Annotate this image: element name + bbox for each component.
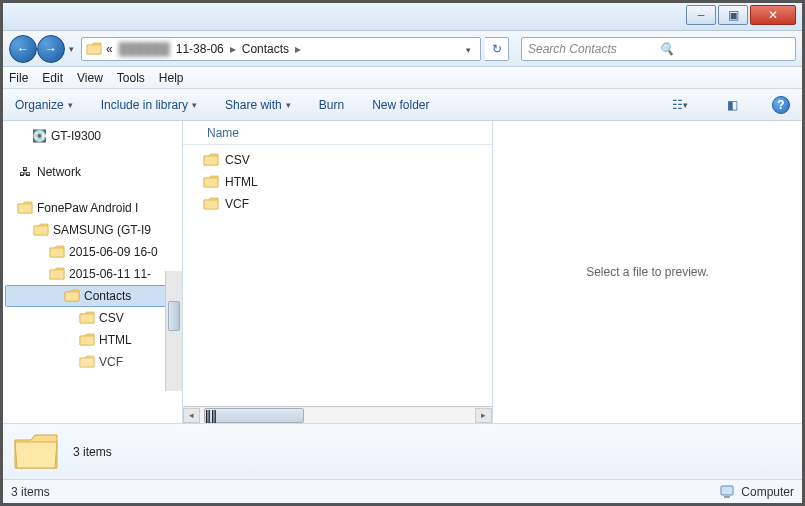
chevron-down-icon: ▾ bbox=[683, 100, 688, 110]
back-button[interactable]: ← bbox=[9, 35, 37, 63]
maximize-icon: ▣ bbox=[728, 8, 739, 22]
refresh-button[interactable]: ↻ bbox=[485, 37, 509, 61]
tree-item-date2[interactable]: 2015-06-11 11- bbox=[3, 263, 182, 285]
status-computer[interactable]: Computer bbox=[719, 485, 794, 499]
close-button[interactable]: ✕ bbox=[750, 5, 796, 25]
nav-buttons: ← → ▾ bbox=[9, 35, 77, 63]
share-with-button[interactable]: Share with▾ bbox=[225, 98, 291, 112]
breadcrumb-time[interactable]: 11-38-06 bbox=[174, 42, 226, 56]
tree-label: VCF bbox=[99, 355, 123, 369]
burn-button[interactable]: Burn bbox=[319, 98, 344, 112]
folder-icon bbox=[33, 223, 49, 237]
forward-button[interactable]: → bbox=[37, 35, 65, 63]
folder-icon bbox=[86, 42, 102, 56]
chevron-down-icon: ▾ bbox=[192, 100, 197, 110]
maximize-button[interactable]: ▣ bbox=[718, 5, 748, 25]
network-icon: 🖧 bbox=[17, 164, 33, 180]
column-header-name[interactable]: Name bbox=[183, 121, 492, 145]
folder-icon bbox=[49, 267, 65, 281]
menu-help[interactable]: Help bbox=[159, 71, 184, 85]
search-placeholder: Search Contacts bbox=[528, 42, 659, 56]
folder-icon bbox=[203, 197, 219, 211]
scrollbar-track[interactable]: ǁǁ bbox=[200, 408, 475, 423]
scroll-right-button[interactable]: ▸ bbox=[475, 408, 492, 423]
list-item[interactable]: CSV bbox=[203, 149, 492, 171]
minimize-button[interactable]: – bbox=[686, 5, 716, 25]
tree-label: Contacts bbox=[84, 289, 131, 303]
share-label: Share with bbox=[225, 98, 282, 112]
device-icon: 💽 bbox=[31, 128, 47, 144]
details-summary: 3 items bbox=[73, 445, 112, 459]
address-bar[interactable]: « ██████ 11-38-06 ▸ Contacts ▸ ▾ bbox=[81, 37, 481, 61]
address-dropdown[interactable]: ▾ bbox=[460, 42, 476, 56]
file-list: CSV HTML VCF bbox=[183, 145, 492, 406]
menu-edit[interactable]: Edit bbox=[42, 71, 63, 85]
status-bar: 3 items Computer bbox=[3, 479, 802, 503]
file-list-pane: Name CSV HTML VCF ◂ ǁǁ bbox=[183, 121, 493, 423]
search-box[interactable]: Search Contacts 🔍 bbox=[521, 37, 796, 61]
tree-label: SAMSUNG (GT-I9 bbox=[53, 223, 151, 237]
content-horizontal-scrollbar[interactable]: ◂ ǁǁ ▸ bbox=[183, 406, 492, 423]
list-item[interactable]: VCF bbox=[203, 193, 492, 215]
folder-icon bbox=[203, 175, 219, 189]
tree-item-network[interactable]: 🖧 Network bbox=[3, 161, 182, 183]
burn-label: Burn bbox=[319, 98, 344, 112]
organize-button[interactable]: Organize▾ bbox=[15, 98, 73, 112]
menu-tools[interactable]: Tools bbox=[117, 71, 145, 85]
tree-item-samsung[interactable]: SAMSUNG (GT-I9 bbox=[3, 219, 182, 241]
chevron-right-icon: ▸ bbox=[293, 42, 303, 56]
menu-view[interactable]: View bbox=[77, 71, 103, 85]
navigation-tree: 💽 GT-I9300 🖧 Network FonePaw Android I S… bbox=[3, 121, 183, 423]
folder-large-icon bbox=[13, 432, 59, 472]
tree-label: 2015-06-09 16-0 bbox=[69, 245, 158, 259]
item-label: CSV bbox=[225, 153, 250, 167]
refresh-icon: ↻ bbox=[492, 42, 502, 56]
folder-icon bbox=[49, 245, 65, 259]
tree-item-csv[interactable]: CSV bbox=[3, 307, 182, 329]
tree-item-vcf[interactable]: VCF bbox=[3, 351, 182, 373]
scrollbar-thumb[interactable] bbox=[168, 301, 180, 331]
breadcrumb-contacts[interactable]: Contacts bbox=[240, 42, 291, 56]
include-library-button[interactable]: Include in library▾ bbox=[101, 98, 197, 112]
navigation-bar: ← → ▾ « ██████ 11-38-06 ▸ Contacts ▸ ▾ ↻… bbox=[3, 31, 802, 67]
tree-item-html[interactable]: HTML bbox=[3, 329, 182, 351]
close-icon: ✕ bbox=[768, 8, 778, 22]
tree-item-date1[interactable]: 2015-06-09 16-0 bbox=[3, 241, 182, 263]
chevron-down-icon: ▾ bbox=[69, 44, 74, 54]
new-folder-button[interactable]: New folder bbox=[372, 98, 429, 112]
tree-item-fonepaw[interactable]: FonePaw Android I bbox=[3, 197, 182, 219]
tree-item-drive[interactable]: 💽 GT-I9300 bbox=[3, 125, 182, 147]
preview-pane-button[interactable]: ◧ bbox=[720, 94, 744, 116]
nav-history-dropdown[interactable]: ▾ bbox=[65, 35, 77, 63]
breadcrumb-obscured[interactable]: ██████ bbox=[117, 42, 172, 56]
scrollbar-thumb[interactable]: ǁǁ bbox=[204, 408, 304, 423]
menu-bar: File Edit View Tools Help bbox=[3, 67, 802, 89]
explorer-window: – ▣ ✕ ← → ▾ « ██████ 11-38-06 ▸ Contacts… bbox=[0, 0, 805, 506]
tree-item-contacts[interactable]: Contacts bbox=[5, 285, 180, 307]
folder-icon bbox=[79, 355, 95, 369]
arrow-left-icon: ← bbox=[17, 42, 29, 56]
folder-icon bbox=[79, 333, 95, 347]
chevron-down-icon: ▾ bbox=[286, 100, 291, 110]
organize-label: Organize bbox=[15, 98, 64, 112]
tree-label: Network bbox=[37, 165, 81, 179]
chevron-right-icon: ▸ bbox=[228, 42, 238, 56]
folder-icon bbox=[203, 153, 219, 167]
item-label: VCF bbox=[225, 197, 249, 211]
chevron-down-icon: ▾ bbox=[466, 45, 471, 55]
list-item[interactable]: HTML bbox=[203, 171, 492, 193]
tree-label: 2015-06-11 11- bbox=[69, 267, 151, 281]
help-button[interactable]: ? bbox=[772, 96, 790, 114]
status-item-count: 3 items bbox=[11, 485, 50, 499]
tree-label: GT-I9300 bbox=[51, 129, 101, 143]
scroll-left-button[interactable]: ◂ bbox=[183, 408, 200, 423]
folder-icon bbox=[64, 289, 80, 303]
view-options-button[interactable]: ☷▾ bbox=[668, 94, 692, 116]
minimize-icon: – bbox=[698, 8, 705, 22]
preview-pane: Select a file to preview. bbox=[493, 121, 802, 423]
menu-file[interactable]: File bbox=[9, 71, 28, 85]
tree-label: HTML bbox=[99, 333, 132, 347]
tree-vertical-scrollbar[interactable] bbox=[165, 271, 182, 391]
title-bar: – ▣ ✕ bbox=[3, 3, 802, 31]
breadcrumb-prefix: « bbox=[104, 42, 115, 56]
